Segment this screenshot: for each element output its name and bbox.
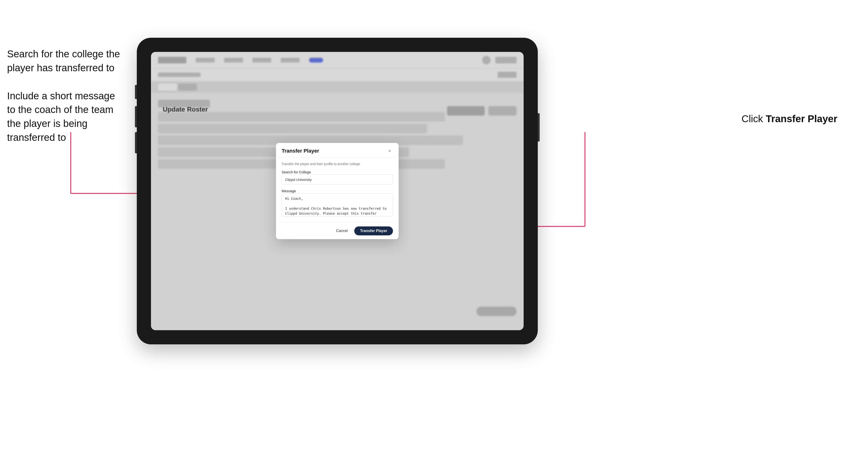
modal-close-button[interactable]: × bbox=[386, 148, 393, 154]
modal-overlay: Transfer Player × Transfer the player an… bbox=[151, 52, 524, 330]
cancel-button[interactable]: Cancel bbox=[333, 227, 351, 235]
message-textarea[interactable]: Hi Coach, I understand Chris Robertson h… bbox=[282, 193, 393, 217]
annotation-text-2: Include a short message to the coach of … bbox=[7, 89, 120, 145]
modal-body: Transfer the player and their profile to… bbox=[276, 157, 399, 222]
modal-header: Transfer Player × bbox=[276, 143, 399, 157]
search-college-input[interactable] bbox=[282, 174, 393, 185]
search-college-label: Search for College bbox=[282, 170, 311, 174]
annotation-text-1: Search for the college the player has tr… bbox=[7, 47, 120, 75]
modal-title: Transfer Player bbox=[282, 148, 319, 154]
transfer-player-button[interactable]: Transfer Player bbox=[354, 226, 393, 236]
annotation-left: Search for the college the player has tr… bbox=[7, 47, 120, 159]
modal-footer: Cancel Transfer Player bbox=[276, 222, 399, 239]
annotation-text-right-bold: Transfer Player bbox=[766, 113, 837, 124]
annotation-right: Click Transfer Player bbox=[742, 113, 837, 125]
annotation-text-right: Click bbox=[742, 113, 766, 124]
tablet-frame: Update Roster Transfer Player × Transfer… bbox=[137, 38, 538, 344]
message-label: Message bbox=[282, 189, 296, 193]
transfer-player-modal: Transfer Player × Transfer the player an… bbox=[276, 143, 399, 239]
tablet-screen: Update Roster Transfer Player × Transfer… bbox=[151, 52, 524, 330]
modal-subtitle: Transfer the player and their profile to… bbox=[282, 162, 393, 166]
